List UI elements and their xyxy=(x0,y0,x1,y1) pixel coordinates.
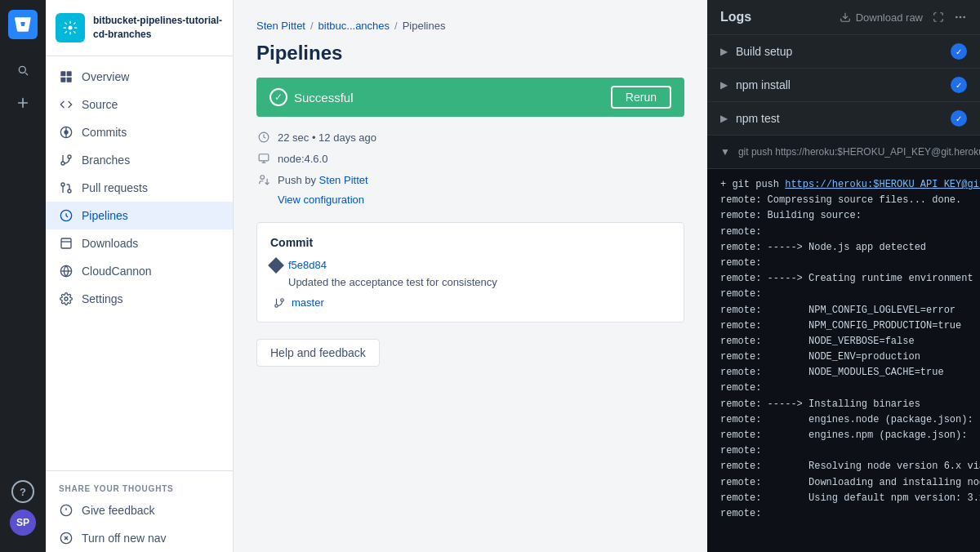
pr-icon xyxy=(59,180,74,195)
status-bar: ✓ Successful Rerun xyxy=(256,78,684,117)
log-line: remote: Using default npm version: 3.10.… xyxy=(720,491,967,506)
breadcrumb-sep1: / xyxy=(310,20,314,32)
step-check-icon: ✓ xyxy=(951,43,967,60)
sidebar-item-settings[interactable]: Settings xyxy=(46,285,233,313)
create-button[interactable] xyxy=(8,88,38,118)
sidebar-item-pull-requests[interactable]: Pull requests xyxy=(46,174,233,202)
expand-button[interactable] xyxy=(933,11,944,23)
log-line: remote: NODE_VERBOSE=false xyxy=(720,334,967,349)
repo-header: bitbucket-pipelines-tutorial-cd-branches xyxy=(46,0,233,56)
rerun-button[interactable]: Rerun xyxy=(611,86,671,109)
sidebar-item-label: Overview xyxy=(82,70,129,83)
push-info: Push by Sten Pittet xyxy=(278,174,368,186)
step-check-icon: ✓ xyxy=(951,77,967,93)
log-line: remote: NODE_ENV=production xyxy=(720,349,967,365)
bitbucket-logo[interactable] xyxy=(8,10,38,39)
log-step-build-setup[interactable]: ▶ Build setup ✓ xyxy=(707,35,980,69)
share-label: SHARE YOUR THOUGHTS xyxy=(46,478,233,496)
sidebar-item-cloudcannon[interactable]: CloudCannon xyxy=(46,257,233,285)
duration: 22 sec • 12 days ago xyxy=(278,131,376,144)
clock-meta-icon xyxy=(256,130,271,145)
commit-section-title: Commit xyxy=(270,236,670,249)
view-config-link[interactable]: View configuration xyxy=(278,194,684,206)
logs-panel: Logs Download raw xyxy=(707,0,980,552)
svg-rect-16 xyxy=(61,238,71,248)
sidebar-item-source[interactable]: Source xyxy=(46,91,233,118)
commit-section: Commit f5e8d84 Updated the acceptance te… xyxy=(256,222,684,323)
main-content: Sten Pittet / bitbuc...anches / Pipeline… xyxy=(234,0,980,552)
sidebar-item-overview[interactable]: Overview xyxy=(46,63,233,91)
log-line: remote: xyxy=(720,381,967,396)
logs-header: Logs Download raw xyxy=(707,0,980,35)
log-line: remote: engines.node (package.json): uns… xyxy=(720,412,967,428)
give-feedback-item[interactable]: Give feedback xyxy=(46,496,233,524)
turn-off-nav-item[interactable]: Turn off new nav xyxy=(46,524,233,552)
chevron-right-icon: ▶ xyxy=(720,79,728,91)
breadcrumb-repo[interactable]: bitbuc...anches xyxy=(318,20,390,32)
commit-message: Updated the acceptance test for consiste… xyxy=(288,276,670,288)
help-feedback-button[interactable]: Help and feedback xyxy=(256,339,380,367)
branch-icon xyxy=(274,297,285,309)
more-options-button[interactable] xyxy=(954,11,967,24)
log-step-git-push[interactable]: ▼ git push https://heroku:$HEROKU_API_KE… xyxy=(707,136,980,169)
sidebar-item-label: CloudCannon xyxy=(82,265,152,278)
breadcrumb-sep2: / xyxy=(394,20,398,32)
log-step-npm-test[interactable]: ▶ npm test ✓ xyxy=(707,102,980,136)
repo-logo xyxy=(56,13,85,42)
sidebar-item-pipelines[interactable]: Pipelines xyxy=(46,202,233,229)
sidebar: bitbucket-pipelines-tutorial-cd-branches… xyxy=(46,0,234,552)
duration-row: 22 sec • 12 days ago xyxy=(256,130,684,145)
log-step-npm-install[interactable]: ▶ npm install ✓ xyxy=(707,69,980,102)
sidebar-item-label: Commits xyxy=(82,126,127,139)
step-label: npm test xyxy=(736,112,780,125)
logs-actions: Download raw xyxy=(840,11,967,24)
code-icon xyxy=(59,97,74,112)
svg-point-20 xyxy=(65,297,68,300)
logs-title: Logs xyxy=(720,10,751,24)
breadcrumb-current: Pipelines xyxy=(403,20,446,32)
svg-rect-3 xyxy=(60,78,65,82)
download-raw-button[interactable]: Download raw xyxy=(840,11,923,24)
success-icon: ✓ xyxy=(270,88,287,106)
sidebar-item-downloads[interactable]: Downloads xyxy=(46,229,233,257)
svg-rect-2 xyxy=(67,71,72,76)
svg-point-12 xyxy=(68,189,71,193)
step-left: ▶ npm install xyxy=(720,78,791,91)
pusher-link[interactable]: Sten Pittet xyxy=(319,174,368,186)
search-button[interactable] xyxy=(8,56,38,85)
commit-hash-link[interactable]: f5e8d84 xyxy=(288,259,327,271)
log-line: remote: -----> Installing binaries xyxy=(720,397,967,412)
svg-rect-4 xyxy=(67,78,72,82)
log-line: remote: Resolving node version 6.x via s… xyxy=(720,459,967,474)
svg-point-11 xyxy=(61,162,65,165)
log-line: remote: Compressing source files... done… xyxy=(720,193,967,208)
clock-icon xyxy=(59,125,74,140)
svg-point-35 xyxy=(275,304,278,307)
branch-row: master xyxy=(270,296,670,309)
sidebar-item-label: Downloads xyxy=(82,237,138,250)
turn-off-label: Turn off new nav xyxy=(82,532,167,545)
avatar[interactable]: SP xyxy=(10,510,36,536)
step-left: ▶ Build setup xyxy=(720,45,792,58)
help-button[interactable]: ? xyxy=(11,480,34,503)
breadcrumb-user[interactable]: Sten Pittet xyxy=(256,20,305,32)
log-output[interactable]: + git push https://heroku:$HEROKU_API_KE… xyxy=(707,169,980,552)
log-line: + git push https://heroku:$HEROKU_API_KE… xyxy=(720,177,967,193)
pusher-row: Push by Sten Pittet xyxy=(256,172,684,187)
log-line: remote: xyxy=(720,256,967,271)
sidebar-item-commits[interactable]: Commits xyxy=(46,118,233,146)
log-line: remote: xyxy=(720,287,967,302)
status-label: Successful xyxy=(294,91,354,105)
content-area: Sten Pittet / bitbuc...anches / Pipeline… xyxy=(234,0,980,552)
sidebar-item-label: Pull requests xyxy=(82,181,148,194)
log-line: remote: NPM_CONFIG_LOGLEVEL=error xyxy=(720,303,967,318)
svg-point-34 xyxy=(281,298,284,301)
branch-link[interactable]: master xyxy=(292,296,324,309)
download-icon xyxy=(59,236,74,251)
sidebar-item-branches[interactable]: Branches xyxy=(46,146,233,174)
globe-icon xyxy=(59,264,74,278)
svg-point-31 xyxy=(261,176,265,180)
breadcrumb: Sten Pittet / bitbuc...anches / Pipeline… xyxy=(256,20,684,32)
svg-point-10 xyxy=(68,155,71,158)
sidebar-item-label: Source xyxy=(82,98,118,111)
